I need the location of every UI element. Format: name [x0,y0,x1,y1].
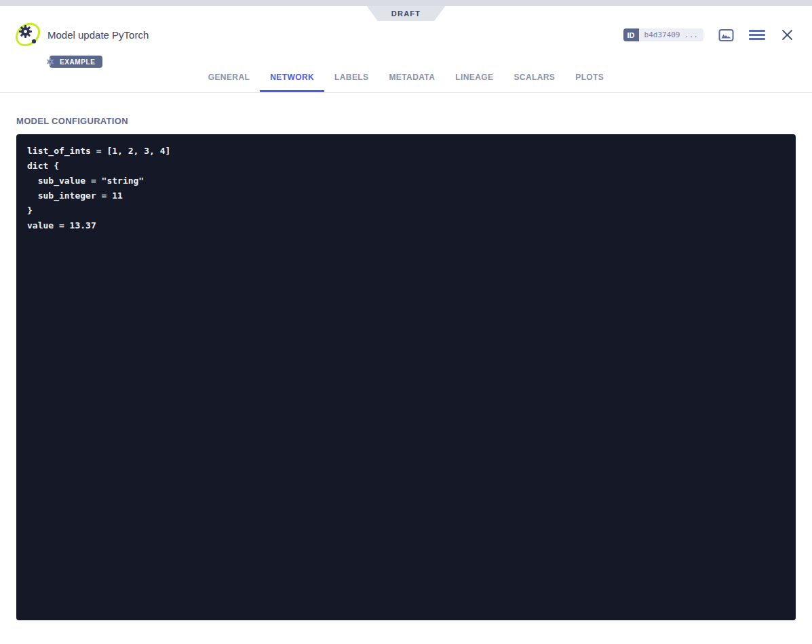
page-title: Model update PyTorch [47,29,149,41]
model-id-badge[interactable]: ID b4d37409 ... [623,28,703,41]
window-top-bar [0,0,812,6]
example-tag-label: EXAMPLE [60,58,96,66]
detail-tabs: GENERAL NETWORK LABELS METADATA LINEAGE … [0,73,812,92]
draft-label: DRAFT [391,9,421,18]
tab-scalars[interactable]: SCALARS [503,73,565,92]
config-line: value = 13.37 [27,218,785,233]
section-title-model-configuration: MODEL CONFIGURATION [16,116,796,126]
network-tab-panel: MODEL CONFIGURATION list_of_ints = [1, 2… [0,94,812,620]
config-line: sub_integer = 11 [27,188,785,203]
tab-plots[interactable]: PLOTS [565,73,614,92]
tab-general[interactable]: GENERAL [198,73,260,92]
config-line: } [27,203,785,218]
tab-network[interactable]: NETWORK [260,73,324,92]
tag-gear-icon [45,57,55,66]
config-line: sub_value = "string" [27,174,785,188]
id-badge-value: b4d37409 ... [639,28,703,41]
config-line: list_of_ints = [1, 2, 3, 4] [27,144,785,159]
menu-button[interactable] [749,30,765,40]
model-gear-blob-icon [14,20,42,49]
example-tag-badge[interactable]: EXAMPLE [50,56,102,68]
model-configuration-code-panel[interactable]: list_of_ints = [1, 2, 3, 4] dict { sub_v… [16,134,796,620]
tab-lineage[interactable]: LINEAGE [445,73,503,92]
header-controls: ID b4d37409 ... [623,28,794,42]
tab-labels[interactable]: LABELS [324,73,379,92]
hamburger-menu-icon [749,30,765,40]
status-badge-draft: DRAFT [367,6,446,21]
tab-metadata[interactable]: METADATA [379,73,445,92]
close-x-icon [780,28,794,42]
image-preview-icon [718,28,734,42]
close-button[interactable] [780,28,794,42]
preview-image-button[interactable] [718,28,734,42]
id-badge-key: ID [623,28,639,41]
config-line: dict { [27,159,785,174]
